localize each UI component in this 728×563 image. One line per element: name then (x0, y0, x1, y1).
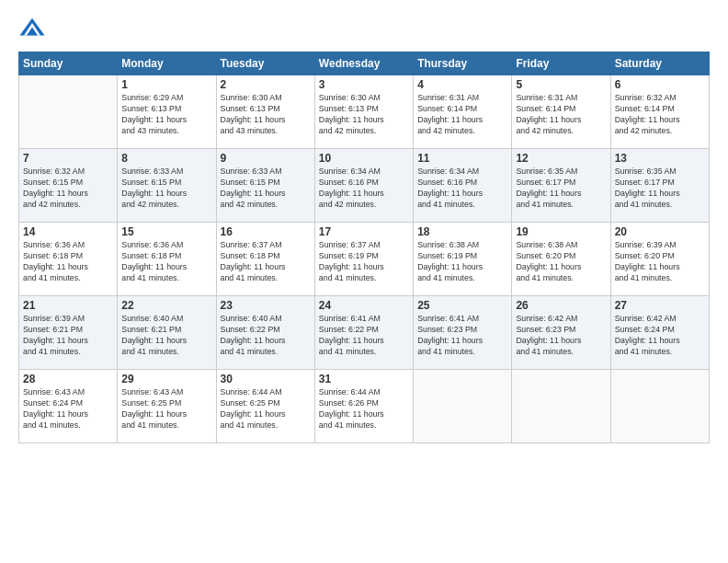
weekday-header-friday: Friday (512, 52, 610, 75)
header (18, 15, 710, 42)
calendar-cell: 19Sunrise: 6:38 AM Sunset: 6:20 PM Dayli… (512, 223, 610, 296)
calendar-cell: 10Sunrise: 6:34 AM Sunset: 6:16 PM Dayli… (314, 149, 413, 223)
calendar-cell: 23Sunrise: 6:40 AM Sunset: 6:22 PM Dayli… (216, 296, 314, 370)
calendar-cell: 31Sunrise: 6:44 AM Sunset: 6:26 PM Dayli… (314, 370, 413, 443)
day-info: Sunrise: 6:36 AM Sunset: 6:18 PM Dayligh… (23, 240, 113, 284)
day-info: Sunrise: 6:37 AM Sunset: 6:18 PM Dayligh… (221, 240, 311, 284)
calendar-cell: 7Sunrise: 6:32 AM Sunset: 6:15 PM Daylig… (19, 149, 118, 223)
logo-icon (18, 15, 46, 42)
calendar-cell: 30Sunrise: 6:44 AM Sunset: 6:25 PM Dayli… (216, 370, 314, 443)
calendar-cell: 8Sunrise: 6:33 AM Sunset: 6:15 PM Daylig… (118, 149, 216, 223)
day-number: 10 (319, 152, 409, 165)
day-number: 30 (221, 373, 311, 385)
day-info: Sunrise: 6:42 AM Sunset: 6:24 PM Dayligh… (615, 314, 705, 358)
calendar-cell: 2Sunrise: 6:30 AM Sunset: 6:13 PM Daylig… (216, 75, 314, 149)
day-info: Sunrise: 6:31 AM Sunset: 6:14 PM Dayligh… (516, 93, 606, 137)
day-number: 21 (23, 299, 113, 312)
day-number: 27 (615, 299, 705, 312)
day-info: Sunrise: 6:40 AM Sunset: 6:21 PM Dayligh… (121, 314, 211, 358)
weekday-header-saturday: Saturday (610, 52, 709, 75)
day-number: 19 (516, 225, 606, 238)
calendar-cell: 15Sunrise: 6:36 AM Sunset: 6:18 PM Dayli… (118, 223, 216, 296)
day-info: Sunrise: 6:35 AM Sunset: 6:17 PM Dayligh… (516, 167, 606, 211)
calendar-cell: 20Sunrise: 6:39 AM Sunset: 6:20 PM Dayli… (610, 223, 709, 296)
calendar-cell: 28Sunrise: 6:43 AM Sunset: 6:24 PM Dayli… (19, 370, 118, 443)
calendar-cell (19, 75, 118, 149)
day-number: 8 (121, 152, 211, 165)
day-number: 29 (121, 373, 211, 385)
day-info: Sunrise: 6:43 AM Sunset: 6:25 PM Dayligh… (121, 387, 211, 431)
day-info: Sunrise: 6:37 AM Sunset: 6:19 PM Dayligh… (319, 240, 409, 284)
calendar-cell: 25Sunrise: 6:41 AM Sunset: 6:23 PM Dayli… (414, 296, 512, 370)
calendar-cell: 16Sunrise: 6:37 AM Sunset: 6:18 PM Dayli… (216, 223, 314, 296)
weekday-header-wednesday: Wednesday (314, 52, 413, 75)
calendar-cell: 1Sunrise: 6:29 AM Sunset: 6:13 PM Daylig… (118, 75, 216, 149)
page: SundayMondayTuesdayWednesdayThursdayFrid… (0, 0, 728, 563)
weekday-header-thursday: Thursday (414, 52, 512, 75)
calendar-cell (414, 370, 512, 443)
day-number: 5 (516, 78, 606, 91)
weekday-header-tuesday: Tuesday (216, 52, 314, 75)
logo (18, 15, 48, 42)
day-number: 22 (121, 299, 211, 312)
day-number: 14 (23, 225, 113, 238)
calendar-table: SundayMondayTuesdayWednesdayThursdayFrid… (18, 52, 710, 443)
day-number: 31 (319, 373, 409, 385)
day-info: Sunrise: 6:39 AM Sunset: 6:20 PM Dayligh… (615, 240, 705, 284)
day-info: Sunrise: 6:43 AM Sunset: 6:24 PM Dayligh… (23, 387, 113, 431)
day-info: Sunrise: 6:41 AM Sunset: 6:22 PM Dayligh… (319, 314, 409, 358)
calendar-cell: 17Sunrise: 6:37 AM Sunset: 6:19 PM Dayli… (314, 223, 413, 296)
calendar-cell: 6Sunrise: 6:32 AM Sunset: 6:14 PM Daylig… (610, 75, 709, 149)
day-number: 7 (23, 152, 113, 165)
day-number: 28 (23, 373, 113, 385)
day-number: 11 (417, 152, 507, 165)
weekday-header-sunday: Sunday (19, 52, 118, 75)
day-info: Sunrise: 6:42 AM Sunset: 6:23 PM Dayligh… (516, 314, 606, 358)
day-info: Sunrise: 6:38 AM Sunset: 6:19 PM Dayligh… (417, 240, 507, 284)
calendar-cell (512, 370, 610, 443)
day-number: 23 (221, 299, 311, 312)
day-number: 12 (516, 152, 606, 165)
calendar-cell: 27Sunrise: 6:42 AM Sunset: 6:24 PM Dayli… (610, 296, 709, 370)
calendar-week-row: 14Sunrise: 6:36 AM Sunset: 6:18 PM Dayli… (19, 223, 710, 296)
day-number: 9 (221, 152, 311, 165)
calendar-cell: 18Sunrise: 6:38 AM Sunset: 6:19 PM Dayli… (414, 223, 512, 296)
calendar-cell: 3Sunrise: 6:30 AM Sunset: 6:13 PM Daylig… (314, 75, 413, 149)
day-number: 16 (221, 225, 311, 238)
day-number: 24 (319, 299, 409, 312)
day-info: Sunrise: 6:32 AM Sunset: 6:14 PM Dayligh… (615, 93, 705, 137)
day-info: Sunrise: 6:33 AM Sunset: 6:15 PM Dayligh… (221, 167, 311, 211)
day-number: 26 (516, 299, 606, 312)
day-number: 17 (319, 225, 409, 238)
day-info: Sunrise: 6:38 AM Sunset: 6:20 PM Dayligh… (516, 240, 606, 284)
calendar-cell: 4Sunrise: 6:31 AM Sunset: 6:14 PM Daylig… (414, 75, 512, 149)
day-info: Sunrise: 6:34 AM Sunset: 6:16 PM Dayligh… (319, 167, 409, 211)
day-info: Sunrise: 6:35 AM Sunset: 6:17 PM Dayligh… (615, 167, 705, 211)
day-info: Sunrise: 6:34 AM Sunset: 6:16 PM Dayligh… (417, 167, 507, 211)
day-number: 13 (615, 152, 705, 165)
calendar-week-row: 28Sunrise: 6:43 AM Sunset: 6:24 PM Dayli… (19, 370, 710, 443)
day-info: Sunrise: 6:44 AM Sunset: 6:26 PM Dayligh… (319, 387, 409, 431)
calendar-cell: 11Sunrise: 6:34 AM Sunset: 6:16 PM Dayli… (414, 149, 512, 223)
day-info: Sunrise: 6:44 AM Sunset: 6:25 PM Dayligh… (221, 387, 311, 431)
calendar-cell: 13Sunrise: 6:35 AM Sunset: 6:17 PM Dayli… (610, 149, 709, 223)
day-info: Sunrise: 6:40 AM Sunset: 6:22 PM Dayligh… (221, 314, 311, 358)
calendar-header-row: SundayMondayTuesdayWednesdayThursdayFrid… (19, 52, 710, 75)
day-number: 2 (221, 78, 311, 91)
day-info: Sunrise: 6:39 AM Sunset: 6:21 PM Dayligh… (23, 314, 113, 358)
day-info: Sunrise: 6:36 AM Sunset: 6:18 PM Dayligh… (121, 240, 211, 284)
calendar-cell (610, 370, 709, 443)
calendar-week-row: 7Sunrise: 6:32 AM Sunset: 6:15 PM Daylig… (19, 149, 710, 223)
day-info: Sunrise: 6:41 AM Sunset: 6:23 PM Dayligh… (417, 314, 507, 358)
day-info: Sunrise: 6:30 AM Sunset: 6:13 PM Dayligh… (319, 93, 409, 137)
calendar-cell: 21Sunrise: 6:39 AM Sunset: 6:21 PM Dayli… (19, 296, 118, 370)
calendar-cell: 29Sunrise: 6:43 AM Sunset: 6:25 PM Dayli… (118, 370, 216, 443)
calendar-cell: 9Sunrise: 6:33 AM Sunset: 6:15 PM Daylig… (216, 149, 314, 223)
calendar-cell: 12Sunrise: 6:35 AM Sunset: 6:17 PM Dayli… (512, 149, 610, 223)
day-number: 15 (121, 225, 211, 238)
calendar-cell: 14Sunrise: 6:36 AM Sunset: 6:18 PM Dayli… (19, 223, 118, 296)
day-number: 3 (319, 78, 409, 91)
calendar-week-row: 21Sunrise: 6:39 AM Sunset: 6:21 PM Dayli… (19, 296, 710, 370)
day-number: 4 (417, 78, 507, 91)
day-info: Sunrise: 6:31 AM Sunset: 6:14 PM Dayligh… (417, 93, 507, 137)
